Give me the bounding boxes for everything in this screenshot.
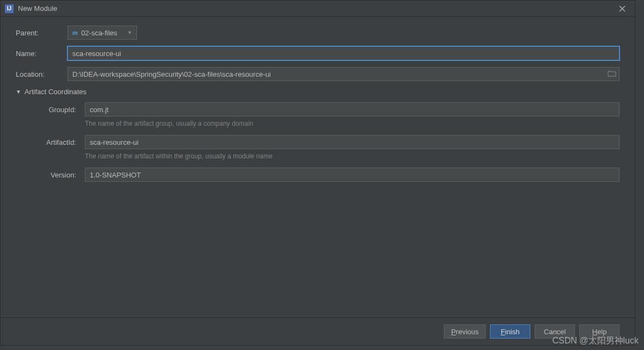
close-button[interactable] [614,1,630,17]
artifactid-label: ArtifactId: [33,138,79,146]
parent-combo[interactable]: m 02-sca-files ▼ [67,26,137,40]
location-row: Location: [16,67,620,81]
help-button[interactable]: Help [579,324,620,339]
finish-rest: inish [505,328,520,336]
groupid-input[interactable] [85,102,620,116]
name-label: Name: [16,50,62,58]
parent-value: 02-sca-files [81,29,117,37]
artifactid-input[interactable] [85,135,620,149]
groupid-label: GroupId: [33,106,79,114]
chevron-down-icon: ▼ [127,30,132,35]
version-row: Version: [33,168,620,182]
version-label: Version: [33,171,79,179]
previous-button[interactable]: Previous [444,324,486,339]
location-input[interactable] [67,67,620,81]
previous-rest: revious [456,328,479,336]
intellij-icon: IJ [5,4,14,13]
artifact-coordinates-header[interactable]: ▼ Artifact Coordinates [16,88,620,96]
cancel-button[interactable]: Cancel [535,324,575,339]
browse-folder-icon[interactable] [608,70,616,78]
location-label: Location: [16,70,62,78]
artifactid-hint: The name of the artifact within the grou… [85,152,620,160]
groupid-row: GroupId: [33,102,620,116]
name-input[interactable] [67,46,620,60]
maven-icon: m [72,28,78,37]
button-bar: Previous Finish Cancel Help [1,317,635,345]
name-row: Name: [16,46,620,60]
new-module-dialog: IJ New Module Parent: m 02-sca-files ▼ N… [0,0,635,346]
dialog-content: Parent: m 02-sca-files ▼ Name: Location:… [1,17,635,317]
artifact-section: GroupId: The name of the artifact group,… [16,102,620,182]
titlebar: IJ New Module [1,1,635,17]
artifact-section-title: Artifact Coordinates [24,88,86,96]
window-title: New Module [18,4,614,13]
parent-row: Parent: m 02-sca-files ▼ [16,26,620,40]
help-rest: elp [597,328,606,336]
parent-label: Parent: [16,29,62,37]
version-input[interactable] [85,168,620,182]
groupid-hint: The name of the artifact group, usually … [85,120,620,127]
finish-button[interactable]: Finish [490,324,530,339]
artifactid-row: ArtifactId: [33,135,620,149]
close-icon [619,5,626,12]
expand-triangle-icon: ▼ [16,89,21,95]
